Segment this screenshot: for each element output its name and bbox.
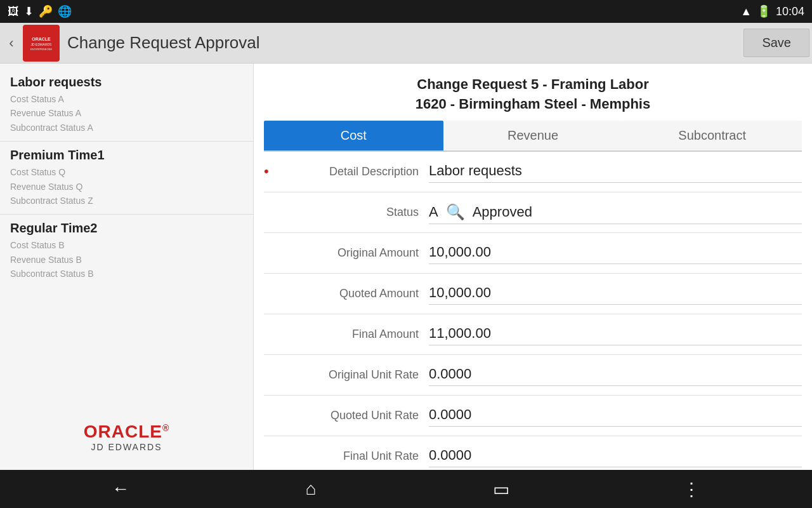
svg-text:JD EDWARDS: JD EDWARDS [31,43,53,46]
form-section: Detail Description Labor requests Status… [254,152,812,470]
nav-more-button[interactable]: ⋮ [672,475,710,503]
cost-status-b: Cost Status B [10,238,243,252]
save-button[interactable]: Save [743,29,809,57]
battery-icon: 🔋 [757,4,771,18]
bottom-nav: ← ⌂ ▭ ⋮ [0,470,812,508]
page-title: Change Request Approval [67,33,743,53]
main-content: Labor requests Cost Status A Revenue Sta… [0,64,812,470]
tab-revenue[interactable]: Revenue [443,121,623,150]
svg-text:ORACLE: ORACLE [32,37,51,41]
value-original-amount[interactable]: 10,000.00 [429,241,802,264]
subcontract-status-a: Subcontract Status A [10,121,243,135]
panel-title-line2: 1620 - Birmingham Steel - Memphis [266,95,799,114]
sidebar-item-premium-time[interactable]: Premium Time1 Cost Status Q Revenue Stat… [0,142,253,215]
sidebar-inner: Labor requests Cost Status A Revenue Sta… [0,69,253,465]
revenue-status-b: Revenue Status B [10,253,243,267]
form-row-quoted-unit-rate: Quoted Unit Rate 0.0000 [264,396,802,436]
form-row-quoted-amount: Quoted Amount 10,000.00 [264,274,802,314]
status-time: 10:04 [776,5,804,18]
label-final-amount: Final Amount [264,328,429,341]
globe-icon: 🌐 [58,4,72,18]
screenshot-icon: 🖼 [8,5,19,18]
form-row-detail-description: Detail Description Labor requests [264,152,802,192]
jd-edwards-text: JD EDWARDS [91,442,162,452]
label-detail-description: Detail Description [264,165,429,178]
nav-recent-button[interactable]: ▭ [482,475,520,503]
sidebar-item-sub: Cost Status A Revenue Status A Subcontra… [10,92,243,135]
sidebar-item-sub: Cost Status B Revenue Status B Subcontra… [10,238,243,281]
sidebar-list: Labor requests Cost Status A Revenue Sta… [0,69,253,409]
label-final-unit-rate: Final Unit Rate [264,450,429,463]
sidebar-item-sub: Cost Status Q Revenue Status Q Subcontra… [10,165,243,208]
oracle-branding: ORACLE® JD EDWARDS [0,409,253,465]
label-original-amount: Original Amount [264,246,429,260]
app-logo: ORACLE JD EDWARDS ENTERPRISEONE [23,25,60,62]
tab-subcontract[interactable]: Subcontract [622,121,802,150]
value-quoted-amount[interactable]: 10,000.00 [429,282,802,305]
nav-home-button[interactable]: ⌂ [292,475,330,503]
sidebar-item-title: Premium Time1 [10,148,243,163]
label-original-unit-rate: Original Unit Rate [264,368,429,382]
status-bar-right: ▲ 🔋 10:04 [740,4,804,18]
status-value-row: A 🔍 Approved [429,203,802,221]
value-quoted-unit-rate[interactable]: 0.0000 [429,404,802,427]
key-icon: 🔑 [39,4,53,18]
tab-bar: Cost Revenue Subcontract [264,121,802,152]
form-row-final-amount: Final Amount 11,000.00 [264,314,802,355]
value-status[interactable]: A 🔍 Approved [429,201,802,224]
oracle-logo-text: ORACLE® [84,422,170,442]
value-final-amount[interactable]: 11,000.00 [429,323,802,345]
right-panel: Change Request 5 - Framing Labor 1620 - … [254,64,812,470]
tab-cost[interactable]: Cost [264,121,443,150]
status-bar: 🖼 ⬇ 🔑 🌐 ▲ 🔋 10:04 [0,0,812,23]
panel-title-line1: Change Request 5 - Framing Labor [266,75,799,95]
sidebar-item-title: Labor requests [10,75,243,90]
revenue-status-q: Revenue Status Q [10,180,243,194]
status-bar-icons: 🖼 ⬇ 🔑 🌐 [8,4,72,18]
approved-label: Approved [473,204,532,220]
value-detail-description[interactable]: Labor requests [429,160,802,183]
panel-title: Change Request 5 - Framing Labor 1620 - … [254,64,812,121]
sidebar: Labor requests Cost Status A Revenue Sta… [0,64,254,470]
subcontract-status-z: Subcontract Status Z [10,194,243,208]
search-icon[interactable]: 🔍 [446,203,465,221]
sidebar-item-labor-requests[interactable]: Labor requests Cost Status A Revenue Sta… [0,69,253,142]
value-original-unit-rate[interactable]: 0.0000 [429,363,802,386]
svg-text:ENTERPRISEONE: ENTERPRISEONE [30,48,53,51]
cost-status-q: Cost Status Q [10,165,243,179]
label-status: Status [264,206,429,219]
sidebar-item-title: Regular Time2 [10,221,243,236]
label-quoted-amount: Quoted Amount [264,287,429,300]
cost-status-a: Cost Status A [10,92,243,106]
sidebar-item-regular-time[interactable]: Regular Time2 Cost Status B Revenue Stat… [0,215,253,287]
form-row-original-amount: Original Amount 10,000.00 [264,233,802,274]
label-quoted-unit-rate: Quoted Unit Rate [264,409,429,422]
status-value-a: A [429,204,438,220]
back-button[interactable]: ‹ [0,23,23,64]
revenue-status-a: Revenue Status A [10,106,243,120]
form-row-final-unit-rate: Final Unit Rate 0.0000 [264,436,802,470]
form-row-status: Status A 🔍 Approved [264,192,802,233]
wifi-icon: ▲ [740,5,752,18]
form-row-original-unit-rate: Original Unit Rate 0.0000 [264,355,802,396]
subcontract-status-b: Subcontract Status B [10,267,243,281]
download-icon: ⬇ [24,4,34,18]
header: ‹ ORACLE JD EDWARDS ENTERPRISEONE Change… [0,23,812,64]
nav-back-button[interactable]: ← [102,475,140,503]
value-final-unit-rate[interactable]: 0.0000 [429,444,802,467]
